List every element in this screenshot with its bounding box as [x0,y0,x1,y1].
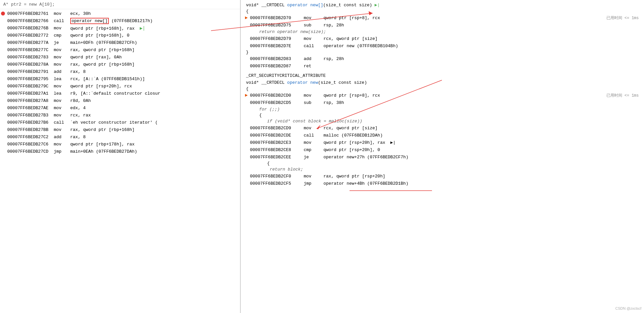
operand: qword ptr [rsp+20h], rax ▶| [323,140,641,145]
operand: r8d, 0Ah [70,98,240,103]
operand: rax, qword ptr [rbp+168h] [70,62,240,67]
address: 00007FF6BEDB27C2 [6,135,54,140]
operand: operator new (07FF6BEDB104Bh) [323,44,641,48]
operand: main+0EAh (07FF6BEDB27DAh) [70,149,240,154]
table-row: 00007FF6BEDB27B6 call `eh vector constru… [0,119,240,126]
call-malloc-box: call [304,133,314,138]
table-row: 00007FF6BEDB2CE8 cmp qword ptr [rsp+20h]… [243,146,641,153]
table-row: 00007FF6BEDB2D7E call operator new (07FF… [243,42,641,49]
address: 00007FF6BEDB278A [6,62,54,67]
operand: rax, qword ptr [rbp+168h] [70,47,240,52]
operand: main+0DFh (07FF6BEDB27CFh) [70,40,240,45]
orange-arrow-icon: ► [245,15,248,20]
func1-name: operator new[] [287,3,323,8]
address: 00007FF6BEDB27A1 [6,91,54,96]
func2-if-comment: if (void* const block = malloc(size)) [243,118,641,124]
operand: rsp, 28h [323,56,641,61]
address: 00007FF6BEDB277A [6,40,54,45]
address: 00007FF6BEDB27C6 [6,142,54,147]
address: 00007FF6BEDB276B [6,26,54,31]
address: 00007FF6BEDB2CEE [249,155,304,160]
address: 00007FF6BEDB2D75 [249,23,304,28]
breakpoint-dot [1,12,5,16]
address: 00007FF6BEDB27BB [6,127,54,132]
mnemonic: mov [304,140,323,145]
address: 00007FF6BEDB2761 [6,11,54,16]
green-arrow2-icon: ▶| [390,140,396,145]
table-row: 00007FF6BEDB27A8 mov r8d, 0Ah [0,97,240,104]
table-row: 00007FF6BEDB27C2 add rax, 8 [0,133,240,141]
mnemonic: mov [54,55,70,60]
func1-open-brace: { [243,9,641,14]
operand: rax, qword ptr [rsp+20h] [323,174,641,179]
operand: r9, [A::`default constructor closur [70,91,240,96]
mnemonic: mov [54,26,70,31]
mnemonic: call [54,18,70,23]
table-row: 00007FF6BEDB2783 mov qword ptr [rax], 0A… [0,53,240,61]
operand: rsp, 28h [323,23,641,28]
inner-brace-open: { [243,161,641,166]
mnemonic: mov [304,36,323,41]
address: 00007FF6BEDB2795 [6,77,54,81]
address: 00007FF6BEDB2791 [6,69,54,74]
watermark: CSDN @zxctscf [615,306,641,310]
table-row: 00007FF6BEDB27B3 mov rcx, rax [0,111,240,119]
func2-for-comment: for (;;) [243,106,641,112]
operand: qword ptr [rsp+20h], 0 [323,147,641,152]
table-row: 00007FF6BEDB277C mov rax, qword ptr [rbp… [0,46,240,53]
address: 00007FF6BEDB27B6 [6,120,54,125]
time-label2: 已用时间 <= 1ms [606,93,641,98]
func1-comment: return operator new(size); [243,29,641,35]
top-comment: A* ptr2 = new A[10]; [0,0,240,9]
table-row: 00007FF6BEDB2CD5 sub rsp, 38h [243,99,641,106]
table-row: 00007FF6BEDB2D87 ret [243,62,641,70]
mnemonic: call [304,133,323,138]
mnemonic: lea [54,91,70,96]
table-row: ► 00007FF6BEDB2CD0 mov qword ptr [rsp+8]… [243,92,641,99]
mnemonic: mov [304,174,323,179]
return-block-comment: return block; [243,166,641,172]
arrow-indicator-container2: ► [243,93,249,98]
address: 00007FF6BEDB27CD [6,149,54,154]
table-row: 00007FF6BEDB2CE3 mov qword ptr [rsp+20h]… [243,139,641,146]
main-container: A* ptr2 = new A[10]; 00007FF6BEDB2761 mo… [0,0,644,313]
table-row: 00007FF6BEDB2CF5 jmp operator new+4Bh (0… [243,180,641,187]
address: 00007FF6BEDB2CF0 [249,174,304,179]
mnemonic: mov [54,98,70,103]
operand: rcx, [A::`A (07FF6BEDB1541h)] [70,77,240,81]
mnemonic: sub [304,100,323,105]
mnemonic: cmp [54,33,70,38]
address: 00007FF6BEDB2D87 [249,64,304,69]
table-row: 00007FF6BEDB2795 lea rcx, [A::`A (07FF6B… [0,75,240,82]
operand: rax, 8 [70,69,240,74]
mnemonic: mov [54,142,70,147]
operand: qword ptr [rbp+178h], rax [70,142,240,147]
address: 00007FF6BEDB277C [6,47,54,52]
table-row: 00007FF6BEDB2D75 sub rsp, 28h [243,21,641,29]
right-panel: void* __CRTDECL operator new[](size_t co… [241,0,644,313]
mnemonic: je [54,40,70,45]
func2-for-open-brace: { [243,112,641,118]
operand: malloc (07FF6BEDB12DAh) [323,133,641,138]
address: 00007FF6BEDB279C [6,84,54,89]
mnemonic: mov [304,93,323,98]
address: 00007FF6BEDB2772 [6,33,54,38]
func1-header: void* __CRTDECL operator new[](size_t co… [243,1,641,9]
operand: qword ptr [rax], 0Ah [70,55,240,60]
table-row: 00007FF6BEDB2CDE call malloc (07FF6BEDB1… [243,132,641,139]
table-row: 00007FF6BEDB2CF0 mov rax, qword ptr [rsp… [243,172,641,180]
func2-header: void* __CRTDECL operator new(size_t cons… [243,79,641,86]
orange-arrow-icon2: ► [245,93,248,98]
mnemonic: mov [304,126,323,131]
table-row: 00007FF6BEDB27CD jmp main+0EAh (07FF6BED… [0,148,240,155]
operator-new-array-box: operator new[] [70,18,109,24]
operand: rsp, 38h [323,100,641,105]
mnemonic: add [54,135,70,140]
mnemonic: mov [54,47,70,52]
table-row: 00007FF6BEDB276B mov qword ptr [rbp+168h… [0,24,240,32]
operand: rcx, qword ptr [size] [323,36,641,41]
address: 00007FF6BEDB2783 [6,55,54,60]
address: 00007FF6BEDB2766 [6,18,54,23]
mnemonic: add [304,56,323,61]
operand: ecx, 30h [70,11,240,16]
